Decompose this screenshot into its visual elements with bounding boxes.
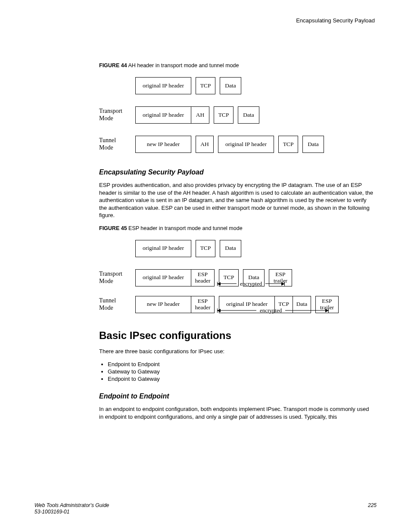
- cell-data: Data: [238, 106, 259, 124]
- cell-orig-ip: original IP header: [135, 269, 191, 286]
- esp-paragraph: ESP provides authentication, and also pr…: [99, 181, 375, 219]
- figure-45-label: FIGURE 45: [99, 225, 127, 231]
- encrypted-label: encrypted: [256, 307, 285, 314]
- figure-45-diagram: original IP header TCP Data Transport Mo…: [99, 240, 375, 314]
- list-item: Endpoint to Endpoint: [108, 361, 375, 367]
- footer-page-number: 225: [368, 502, 377, 516]
- endpoint-heading: Endpoint to Endpoint: [99, 392, 375, 400]
- basic-ipsec-intro: There are three basic configurations for…: [99, 348, 375, 355]
- cell-ah: AH: [196, 136, 214, 153]
- list-item: Gateway to Gateway: [108, 368, 375, 375]
- figure-45-caption: FIGURE 45 ESP header in transport mode a…: [99, 225, 375, 231]
- cell-data: Data: [220, 77, 241, 94]
- page-footer: Web Tools Administrator's Guide 53-10031…: [34, 502, 377, 516]
- cell-orig-ip: original IP header: [135, 106, 191, 124]
- basic-ipsec-heading: Basic IPsec configurations: [99, 330, 375, 342]
- basic-ipsec-list: Endpoint to Endpoint Gateway to Gateway …: [99, 361, 375, 382]
- footer-docnum: 53-1003169-01: [34, 509, 109, 516]
- figure-45-text: ESP header in transport mode and tunnel …: [128, 225, 243, 231]
- figure-44-text: AH header in transport mode and tunnel m…: [128, 62, 239, 68]
- cell-tcp: TCP: [196, 240, 215, 257]
- figure-44-caption: FIGURE 44 AH header in transport mode an…: [99, 62, 375, 68]
- esp-heading: Encapsulating Security Payload: [99, 168, 375, 176]
- cell-tcp: TCP: [214, 106, 234, 124]
- running-header: Encapsulating Security Payload: [34, 17, 375, 24]
- footer-title: Web Tools Administrator's Guide: [34, 502, 109, 509]
- cell-orig-ip: original IP header: [218, 136, 274, 153]
- encrypted-label: encrypted: [237, 280, 265, 287]
- row-label-tunnel: Tunnel Mode: [99, 297, 135, 312]
- cell-esp-header: ESP header: [191, 269, 215, 286]
- row-label-transport: Transport Mode: [99, 108, 135, 122]
- cell-orig-ip: original IP header: [135, 77, 191, 94]
- list-item: Endpoint to Gateway: [108, 376, 375, 382]
- cell-tcp: TCP: [196, 77, 215, 94]
- cell-tcp: TCP: [278, 136, 298, 153]
- row-label-tunnel: Tunnel Mode: [99, 137, 135, 152]
- cell-new-ip: new IP header: [135, 136, 191, 153]
- cell-data: Data: [302, 136, 324, 153]
- cell-esp-header: ESP header: [191, 296, 215, 313]
- cell-new-ip: new IP header: [135, 296, 191, 313]
- endpoint-paragraph: In an endpoint to endpoint configuration…: [99, 405, 375, 420]
- figure-44-label: FIGURE 44: [99, 62, 127, 68]
- cell-data: Data: [220, 240, 241, 257]
- row-label-transport: Transport Mode: [99, 271, 135, 285]
- figure-44-diagram: original IP header TCP Data Transport Mo…: [99, 77, 375, 153]
- cell-ah: AH: [191, 106, 209, 124]
- cell-orig-ip: original IP header: [135, 240, 191, 257]
